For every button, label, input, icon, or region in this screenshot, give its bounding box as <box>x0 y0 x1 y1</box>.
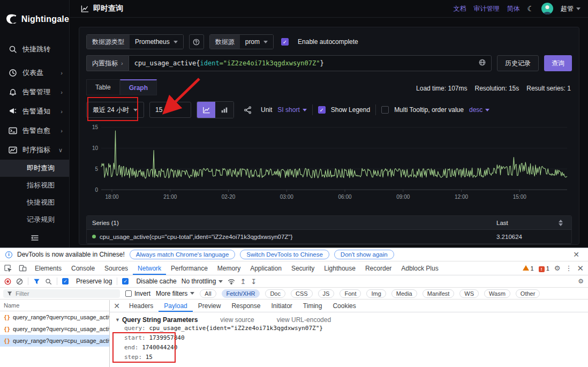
export-har-icon[interactable]: ↧ <box>251 278 257 286</box>
request-row-selected[interactable]: {}query_range?query=cpu_usage_activ... <box>0 335 109 347</box>
tab-elements[interactable]: Elements <box>30 261 66 275</box>
filter-pill-other[interactable]: Other <box>516 289 540 298</box>
devtools-settings-icon[interactable]: ⚙ <box>554 264 561 272</box>
tab-application[interactable]: Application <box>245 261 287 275</box>
tab-response[interactable]: Response <box>226 300 266 312</box>
import-har-icon[interactable]: ↥ <box>240 278 246 286</box>
filter-pill-manifest[interactable]: Manifest <box>423 289 455 298</box>
tab-network[interactable]: Network <box>133 261 166 275</box>
record-button[interactable] <box>4 278 11 285</box>
globe-icon[interactable] <box>479 59 486 68</box>
devtools-menu-icon[interactable]: ⋮ <box>565 264 572 272</box>
builtin-metrics-button[interactable]: 内置指标› <box>86 55 129 71</box>
tab-graph[interactable]: Graph <box>120 79 157 95</box>
filter-pill-img[interactable]: Img <box>366 289 386 298</box>
filter-funnel-icon[interactable] <box>33 278 40 285</box>
avatar[interactable] <box>541 3 553 14</box>
infobar-close-icon[interactable]: ✕ <box>573 250 583 259</box>
disable-cache-checkbox[interactable]: ✓ <box>122 278 129 284</box>
bar-chart-button[interactable] <box>215 102 233 118</box>
datasource-select[interactable]: prom <box>240 35 273 49</box>
filter-pill-fetch-xhr[interactable]: Fetch/XHR <box>222 289 260 298</box>
datasource-type-select[interactable]: Prometheus <box>130 35 183 49</box>
invert-checkbox[interactable] <box>125 290 132 297</box>
audit-link[interactable]: 审计管理 <box>473 4 499 13</box>
view-source-link[interactable]: view source <box>220 316 254 324</box>
tab-headers[interactable]: Headers <box>124 300 159 312</box>
multi-tooltip-checkbox[interactable] <box>381 106 389 114</box>
sidebar-item-dashboards[interactable]: 仪表盘› <box>0 63 69 83</box>
sidebar-item-alert-manage[interactable]: 告警管理› <box>0 83 69 102</box>
sidebar-item-self-healing[interactable]: 告警自愈› <box>0 121 69 140</box>
tab-performance[interactable]: Performance <box>166 261 213 275</box>
filter-pill-media[interactable]: Media <box>391 289 417 298</box>
dark-mode-toggle-icon[interactable]: ☾ <box>527 4 534 13</box>
inspect-element-button[interactable] <box>0 261 15 275</box>
timeseries-chart[interactable]: 051015 18:0021:0002-2003:0006:0009:0012:… <box>86 121 572 211</box>
preserve-log-checkbox[interactable]: ✓ <box>62 278 69 284</box>
filter-pill-font[interactable]: Font <box>340 289 361 298</box>
tab-sources[interactable]: Sources <box>100 261 133 275</box>
line-chart-button[interactable] <box>197 102 215 118</box>
brand-logo[interactable]: Nightingale <box>0 0 69 30</box>
tab-lighthouse[interactable]: Lighthouse <box>319 261 360 275</box>
more-filters-button[interactable]: More filters <box>156 290 194 297</box>
issues-indicator[interactable]: !1 <box>539 265 549 272</box>
tab-cookies[interactable]: Cookies <box>327 300 361 312</box>
autocomplete-checkbox[interactable]: ✓ <box>281 38 289 46</box>
view-url-encoded-link[interactable]: view URL-encoded <box>277 316 331 324</box>
warnings-indicator[interactable]: 1 <box>523 265 534 272</box>
tab-preview[interactable]: Preview <box>193 300 227 312</box>
user-menu[interactable]: 超管 <box>561 4 581 13</box>
sidebar-item-quick-views[interactable]: 快捷视图 <box>0 194 69 211</box>
share-button[interactable] <box>239 102 255 118</box>
tab-payload[interactable]: Payload <box>159 300 192 312</box>
switch-chinese-button[interactable]: Switch DevTools to Chinese <box>240 250 329 259</box>
step-input[interactable]: 15 <box>149 102 191 118</box>
tab-memory[interactable]: Memory <box>213 261 245 275</box>
language-link[interactable]: 简体 <box>507 4 519 13</box>
tab-security[interactable]: Security <box>287 261 319 275</box>
tab-recorder[interactable]: Recorder <box>360 261 396 275</box>
request-row[interactable]: {}query_range?query=cpu_usage_activ... <box>0 311 109 323</box>
network-settings-icon[interactable]: ⚙ <box>578 278 584 285</box>
time-range-select[interactable]: 最近 24 小时 <box>86 102 144 118</box>
promql-input[interactable]: cpu_usage_active{ident="iZ2ze4oi71k3qgdx… <box>129 55 492 71</box>
filter-pill-all[interactable]: All <box>200 289 216 298</box>
sidebar-item-metric-views[interactable]: 指标视图 <box>0 177 69 194</box>
sort-button[interactable] <box>555 220 566 226</box>
query-string-params-header[interactable]: Query String Parameters <box>122 316 198 324</box>
sidebar-item-metrics[interactable]: 时序指标∨ <box>0 140 69 160</box>
device-toolbar-button[interactable] <box>15 261 30 275</box>
sidebar-item-quick-jump[interactable]: 快捷跳转 <box>0 40 69 59</box>
series-row[interactable]: cpu_usage_active{cpu="cpu-total",ident="… <box>87 230 571 244</box>
clear-button[interactable] <box>16 278 23 285</box>
sidebar-item-recording-rules[interactable]: 记录规则 <box>0 211 69 228</box>
filter-pill-css[interactable]: CSS <box>291 289 313 298</box>
match-language-button[interactable]: Always match Chrome's language <box>130 250 236 259</box>
name-column-header[interactable]: Name <box>0 300 109 311</box>
order-select[interactable]: desc <box>469 106 489 114</box>
filter-input[interactable]: Filter <box>3 289 120 298</box>
filter-pill-js[interactable]: JS <box>318 289 335 298</box>
docs-link[interactable]: 文档 <box>453 4 466 13</box>
request-row[interactable]: {}query_range?query=cpu_usage_activ... <box>0 323 109 335</box>
filter-pill-ws[interactable]: WS <box>459 289 479 298</box>
sidebar-item-alert-notify[interactable]: 告警通知› <box>0 102 69 121</box>
sidebar-item-instant-query[interactable]: 即时查询 <box>0 160 69 177</box>
disclosure-triangle-icon[interactable]: ▼ <box>115 317 120 323</box>
filter-pill-doc[interactable]: Doc <box>265 289 285 298</box>
tab-console[interactable]: Console <box>66 261 100 275</box>
dont-show-again-button[interactable]: Don't show again <box>334 250 394 259</box>
tab-adblock-plus[interactable]: Adblock Plus <box>396 261 443 275</box>
search-icon[interactable] <box>45 278 52 285</box>
detail-close-icon[interactable]: ✕ <box>110 300 124 312</box>
filter-pill-wasm[interactable]: Wasm <box>484 289 510 298</box>
tab-table[interactable]: Table <box>86 79 120 95</box>
tab-timing[interactable]: Timing <box>298 300 328 312</box>
network-conditions-icon[interactable] <box>228 278 235 285</box>
devtools-close-icon[interactable]: ✕ <box>577 264 584 273</box>
unit-select[interactable]: SI short <box>277 106 306 114</box>
history-button[interactable]: 历史记录 <box>497 55 539 71</box>
throttling-select[interactable]: No throttling <box>182 278 223 285</box>
